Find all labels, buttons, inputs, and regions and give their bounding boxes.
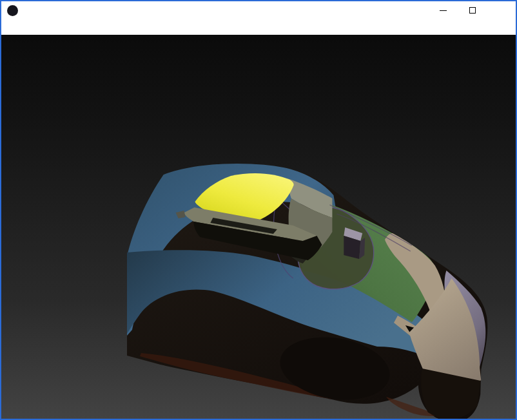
menu-tools[interactable] xyxy=(50,24,61,30)
ue-viewer-window xyxy=(0,0,517,420)
title-bar xyxy=(1,1,516,19)
minimize-button[interactable] xyxy=(429,1,458,19)
menu-skeletalmesh[interactable] xyxy=(38,24,50,30)
maximize-icon xyxy=(469,7,476,14)
3d-viewport[interactable] xyxy=(1,35,516,419)
car-3d-render xyxy=(1,35,516,419)
menu-view[interactable] xyxy=(15,24,26,30)
menu-navigate[interactable] xyxy=(26,24,38,30)
minimize-icon xyxy=(440,10,447,11)
menu-bar xyxy=(1,19,516,35)
menu-help[interactable] xyxy=(61,24,73,30)
maximize-button[interactable] xyxy=(458,1,487,19)
close-button[interactable] xyxy=(487,1,516,19)
app-icon xyxy=(7,5,18,16)
menu-file[interactable] xyxy=(3,24,15,30)
